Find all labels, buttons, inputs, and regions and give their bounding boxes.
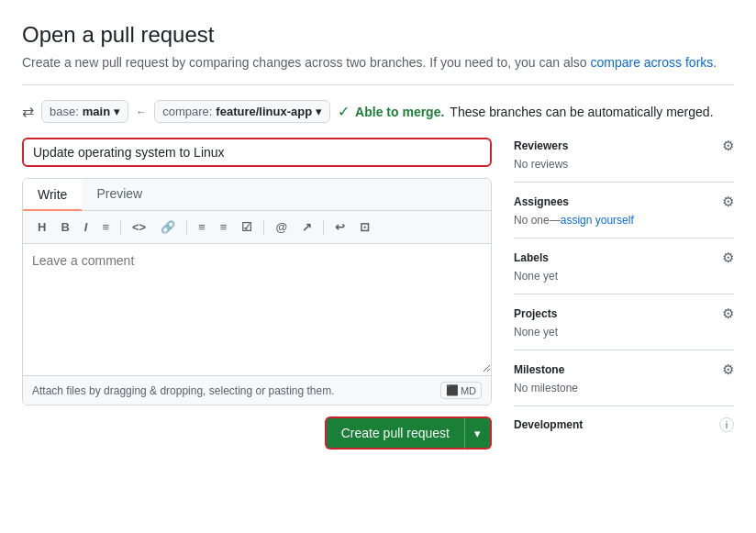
divider [22, 84, 734, 85]
main-content: Write Preview H B I ≡ <> 🔗 ≡ ≡ ☑ @ ↗ ↩ [22, 138, 734, 450]
heading-button[interactable]: H [32, 218, 51, 236]
merge-status-label: Able to merge. [355, 105, 444, 119]
left-panel: Write Preview H B I ≡ <> 🔗 ≡ ≡ ☑ @ ↗ ↩ [22, 138, 492, 450]
code-button[interactable]: <> [127, 218, 151, 236]
comment-textarea[interactable] [23, 244, 491, 372]
editor-toolbar: H B I ≡ <> 🔗 ≡ ≡ ☑ @ ↗ ↩ ⊡ [23, 211, 491, 244]
pr-title-input[interactable] [22, 138, 492, 167]
toolbar-sep-2 [186, 220, 187, 235]
base-branch-select[interactable]: base: main ▾ [41, 100, 128, 123]
sidebar-development-section: Development i [514, 405, 734, 447]
create-pr-button[interactable]: Create pull request [325, 416, 464, 450]
reviewers-value: No reviews [514, 158, 734, 171]
create-pr-dropdown-button[interactable]: ▾ [464, 416, 492, 450]
merge-description: These branches can be automatically merg… [450, 105, 713, 119]
projects-title: Projects [514, 307, 557, 320]
sidebar-milestone-section: Milestone ⚙ No milestone [514, 350, 734, 405]
tab-write[interactable]: Write [23, 179, 82, 211]
toolbar-sep-4 [323, 220, 324, 235]
sidebar-labels-section: Labels ⚙ None yet [514, 238, 734, 294]
submit-bar: Create pull request ▾ [22, 416, 492, 450]
editor-footer: Attach files by dragging & dropping, sel… [23, 375, 491, 405]
quote-button[interactable]: ≡ [96, 218, 115, 236]
compare-dropdown-arrow: ▾ [316, 105, 322, 118]
development-info-icon[interactable]: i [719, 417, 734, 432]
numbered-list-button[interactable]: ≡ [215, 218, 233, 236]
link-button[interactable]: 🔗 [155, 218, 181, 236]
compare-label: compare: [162, 105, 212, 118]
reviewers-gear-icon[interactable]: ⚙ [722, 138, 734, 154]
base-dropdown-arrow: ▾ [114, 105, 120, 118]
branch-icon: ⇄ [22, 103, 34, 120]
editor-container: Write Preview H B I ≡ <> 🔗 ≡ ≡ ☑ @ ↗ ↩ [22, 178, 492, 405]
base-label: base: [50, 105, 79, 118]
labels-value: None yet [514, 270, 734, 283]
right-panel: Reviewers ⚙ No reviews Assignees ⚙ No on… [514, 138, 734, 450]
development-header: Development i [514, 417, 734, 432]
compare-forks-link[interactable]: compare across forks [590, 55, 713, 70]
task-list-button[interactable]: ☑ [236, 218, 258, 236]
assignees-header: Assignees ⚙ [514, 194, 734, 210]
bold-button[interactable]: B [55, 218, 74, 236]
assignees-value: No one—assign yourself [514, 214, 734, 227]
reviewers-header: Reviewers ⚙ [514, 138, 734, 154]
merge-status: ✓ Able to merge. These branches can be a… [338, 103, 713, 120]
assign-yourself-link[interactable]: assign yourself [561, 214, 634, 227]
labels-header: Labels ⚙ [514, 250, 734, 266]
milestone-header: Milestone ⚙ [514, 361, 734, 378]
milestone-value: No milestone [514, 382, 734, 394]
sidebar-reviewers-section: Reviewers ⚙ No reviews [514, 138, 734, 182]
compare-branch-select[interactable]: compare: feature/linux-app ▾ [154, 100, 330, 123]
reviewers-title: Reviewers [514, 139, 568, 152]
milestone-gear-icon[interactable]: ⚙ [722, 361, 734, 378]
branch-bar: ⇄ base: main ▾ ← compare: feature/linux-… [22, 100, 734, 123]
projects-value: None yet [514, 326, 734, 339]
labels-title: Labels [514, 251, 549, 264]
attach-files-text: Attach files by dragging & dropping, sel… [32, 384, 335, 397]
toolbar-sep-3 [263, 220, 264, 235]
italic-button[interactable]: I [79, 218, 94, 236]
compare-value: feature/linux-app [216, 105, 312, 118]
undo-button[interactable]: ↩ [329, 218, 350, 236]
base-value: main [83, 105, 110, 118]
development-title: Development [514, 418, 583, 431]
sidebar-assignees-section: Assignees ⚙ No one—assign yourself [514, 182, 734, 238]
branch-direction-arrow: ← [136, 105, 147, 118]
assignees-gear-icon[interactable]: ⚙ [722, 194, 734, 210]
labels-gear-icon[interactable]: ⚙ [722, 250, 734, 266]
tab-preview[interactable]: Preview [82, 179, 157, 210]
toolbar-sep-1 [120, 220, 121, 235]
create-pr-button-group: Create pull request ▾ [325, 416, 492, 450]
projects-header: Projects ⚙ [514, 305, 734, 322]
preview-toggle-button[interactable]: ⊡ [354, 218, 375, 236]
markdown-badge: ⬛ MD [440, 382, 482, 399]
projects-gear-icon[interactable]: ⚙ [722, 305, 734, 322]
tabs-header: Write Preview [23, 179, 491, 211]
checkmark-icon: ✓ [338, 103, 350, 120]
assignees-title: Assignees [514, 195, 569, 208]
page-subtitle: Create a new pull request by comparing c… [22, 55, 734, 70]
reference-button[interactable]: ↗ [296, 218, 317, 236]
sidebar-projects-section: Projects ⚙ None yet [514, 294, 734, 350]
page-title: Open a pull request [22, 22, 734, 48]
mention-button[interactable]: @ [270, 218, 293, 236]
milestone-title: Milestone [514, 363, 564, 376]
bullet-list-button[interactable]: ≡ [193, 218, 211, 236]
md-icon: ⬛ [446, 384, 459, 396]
